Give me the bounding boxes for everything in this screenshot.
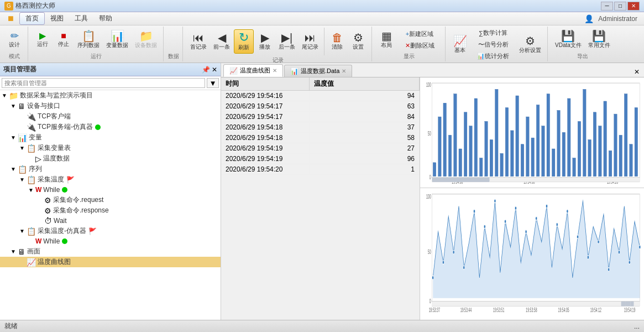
svg-rect-90: [630, 302, 633, 307]
dev-data-label: 设备数据: [135, 42, 157, 49]
expand-project[interactable]: ▼: [0, 91, 9, 100]
expand-collect-table[interactable]: ▼: [18, 144, 27, 153]
design-button[interactable]: ✏ 设计: [4, 29, 24, 50]
content-tabs: 📈 温度曲线图 ✕ 📊 温度数据.Data ✕ ✕: [221, 63, 644, 77]
tab-temp-chart[interactable]: 📈 温度曲线图 ✕: [223, 64, 283, 77]
expand-while1[interactable]: ▼: [27, 185, 35, 194]
analysis-settings-button[interactable]: ⚙ 分析设置: [516, 34, 544, 56]
tree-item-while1[interactable]: ▼ W While: [0, 185, 221, 195]
svg-point-66: [505, 220, 506, 224]
tree-item-while2[interactable]: W While: [0, 236, 221, 246]
tree-item-tcp-client[interactable]: 🔌 TCP客户端: [0, 111, 221, 122]
sidebar-close-icon[interactable]: ✕: [212, 66, 217, 74]
tab-chart-close[interactable]: ✕: [273, 68, 277, 74]
variables-label: 变量: [29, 133, 42, 142]
svg-rect-36: [583, 89, 586, 176]
dev-data-button[interactable]: 📁 设备数据: [132, 29, 160, 51]
svg-rect-26: [531, 138, 535, 177]
common-file-button[interactable]: 💾 常用文件: [585, 29, 613, 51]
signal-button[interactable]: 〜 信号分析: [471, 39, 515, 50]
svg-rect-16: [479, 158, 483, 177]
svg-text:19:53:58: 19:53:58: [526, 307, 537, 314]
refresh-button[interactable]: ↻ 刷新: [234, 29, 254, 54]
tcp-client-label: TCP客户端: [38, 112, 71, 121]
svg-rect-30: [552, 149, 555, 177]
tree-item-sequence[interactable]: ▼ 📋 序列: [0, 164, 221, 174]
table-row: 2020/6/29 19:54:1763: [221, 101, 420, 112]
expand-screen[interactable]: ▼: [9, 247, 18, 256]
menu-item-home[interactable]: 首页: [19, 12, 45, 25]
cell-value: 1: [310, 164, 420, 174]
tree-item-devices[interactable]: ▼ 🖥 设备与接口: [0, 101, 221, 111]
layout-icon: ▦: [381, 30, 392, 42]
svg-point-61: [453, 250, 454, 254]
base-button[interactable]: 📈 基本: [450, 34, 470, 56]
cell-time: 2020/6/29 19:54:16: [221, 91, 310, 101]
sidebar-search-dropdown[interactable]: ▼: [207, 78, 219, 88]
menu-item-view[interactable]: 视图: [45, 13, 69, 24]
run-button[interactable]: ▶ 运行: [33, 30, 53, 50]
record-settings-button[interactable]: ⚙ 设置: [348, 30, 368, 53]
tree-item-screen[interactable]: ▼ 🖥 画面: [0, 246, 221, 257]
var-data-button[interactable]: 📊 变量数据: [103, 29, 131, 51]
tree-item-tcp-server[interactable]: 🔌 TCP服务端-仿真器: [0, 122, 221, 132]
math-button[interactable]: ∑ 数学计算: [471, 28, 515, 38]
tab-data-close[interactable]: ✕: [342, 68, 346, 74]
seq-data-button[interactable]: 📋 序列数据: [75, 29, 102, 51]
sidebar-pin-icon[interactable]: 📌: [202, 66, 210, 74]
svg-point-68: [525, 230, 527, 234]
cell-value: 27: [310, 143, 420, 153]
tab-close-icon[interactable]: ✕: [632, 67, 642, 77]
next-record-button[interactable]: ▶| 后一条: [276, 30, 298, 53]
main-area: 项目管理器 📌 ✕ ▼ ▼ 📁 数据采集与监控演示项目 ▼ 🖥 设备与接口: [0, 63, 644, 320]
expand-devices[interactable]: ▼: [9, 102, 18, 111]
stats-button[interactable]: 📊 统计分析: [471, 51, 515, 61]
svg-rect-41: [609, 151, 612, 176]
title-bar: G 格西测控大师 ─ □ ✕: [0, 0, 644, 12]
sidebar-controls: 📌 ✕: [202, 66, 217, 74]
sidebar-search-input[interactable]: [2, 78, 205, 88]
tree-item-collect-table[interactable]: ▼ 📋 采集变量表: [0, 143, 221, 153]
var-data-label: 变量数据: [106, 42, 128, 49]
tree-item-project[interactable]: ▼ 📁 数据采集与监控演示项目: [0, 90, 221, 101]
svg-rect-44: [624, 94, 627, 177]
bar-chart-svg: 100 50 0 19:54:00 19:54:08: [423, 80, 641, 185]
expand-collect-temp[interactable]: ▼: [18, 175, 27, 184]
tree-item-collect-temp-sim[interactable]: ▼ 📋 采集温度-仿真器 🚩: [0, 226, 221, 236]
tree-item-temp-data[interactable]: ▷ 温度数据: [0, 153, 221, 164]
play-button[interactable]: ▶ 播放: [255, 30, 275, 53]
minimize-button[interactable]: ─: [601, 2, 613, 11]
svg-point-72: [567, 209, 568, 213]
tree-item-wait[interactable]: ⏱ Wait: [0, 216, 221, 226]
tree-item-temp-chart[interactable]: 📈 温度曲线图: [0, 257, 221, 267]
expand-variables[interactable]: ▼: [9, 133, 18, 142]
while2-status: [62, 238, 67, 244]
last-record-button[interactable]: ⏭ 尾记录: [299, 30, 321, 53]
new-area-button[interactable]: + 新建区域: [397, 29, 442, 39]
maximize-button[interactable]: □: [614, 2, 626, 11]
first-record-button[interactable]: ⏮ 首记录: [187, 30, 210, 53]
stats-label: 统计分析: [485, 52, 509, 60]
menu-item-help[interactable]: 帮助: [93, 13, 118, 24]
tab-temp-data[interactable]: 📊 温度数据.Data ✕: [284, 65, 352, 77]
svg-point-59: [432, 276, 434, 279]
expand-collect-temp-sim[interactable]: ▼: [18, 227, 27, 236]
toolbar-group-mode: ✏ 设计 模式: [1, 27, 28, 61]
prev-record-button[interactable]: ◀ 前一条: [211, 30, 233, 53]
tree-item-variables[interactable]: ▼ 📊 变量: [0, 132, 221, 143]
menu-item-tools[interactable]: 工具: [69, 13, 93, 24]
svg-rect-45: [630, 144, 633, 177]
close-button[interactable]: ✕: [627, 2, 640, 11]
tree-item-cmd-req[interactable]: ⚙ 采集命令.request: [0, 195, 221, 205]
tree-item-cmd-resp[interactable]: ⚙ 采集命令.response: [0, 205, 221, 216]
vdata-button[interactable]: 💾 VData文件: [552, 29, 584, 51]
devices-label: 设备与接口: [27, 101, 60, 111]
table-row: 2020/6/29 19:54:1837: [221, 122, 420, 133]
layout-button[interactable]: ▦ 布局: [376, 29, 396, 51]
stop-button[interactable]: ■ 停止: [54, 30, 74, 50]
expand-sequence[interactable]: ▼: [9, 165, 18, 174]
clear-button[interactable]: 🗑 清除: [327, 30, 347, 53]
tree-item-collect-temp[interactable]: ▼ 📋 采集温度 🚩: [0, 174, 221, 185]
del-area-button[interactable]: ✕ 删除区域: [397, 40, 442, 51]
svg-rect-46: [635, 108, 638, 177]
